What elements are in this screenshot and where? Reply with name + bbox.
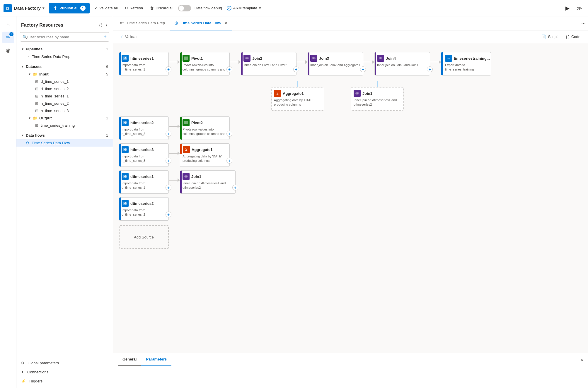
script-label: Script [548, 35, 558, 39]
connections-item[interactable]: ✦ Connections [16, 368, 113, 377]
global-params-icon: ⚙ [21, 361, 25, 365]
node-join3-add[interactable]: + [360, 66, 366, 72]
collapse-bottom-button[interactable]: ∧ [580, 357, 583, 362]
svg-rect-4 [120, 22, 124, 24]
node-join4-add[interactable]: + [427, 66, 433, 72]
discard-all-button[interactable]: 🗑 Discard all [148, 3, 176, 13]
node-htimeseries2[interactable]: htimeseries2 Import data from h_time_ser… [119, 116, 169, 140]
output-folder[interactable]: ▼ 📁 Output 1 [16, 114, 113, 122]
node-htimeseries1[interactable]: htimeseries1 Import data from h_time_ser… [119, 52, 169, 75]
input-folder[interactable]: ▼ 📁 Input 5 [16, 71, 113, 78]
node-htimeseries1-add[interactable]: + [166, 66, 171, 72]
node-dtimeseries1-title: dtimeseries1 [130, 174, 166, 179]
node-aggregate1-top[interactable]: Σ Aggregate1 Aggregating data by 'DATE' … [271, 87, 324, 111]
pipelines-header[interactable]: ▼ Pipelines 1 [16, 45, 113, 53]
node-htimeseries3[interactable]: htimeseries3 Import data from h_time_ser… [119, 143, 169, 167]
pipeline-item-label: Time Series Data Prep [32, 54, 70, 59]
node-pivot1[interactable]: Pivot1 Pivots row values into columns, g… [180, 52, 230, 75]
search-icon: 🔍 [23, 35, 27, 39]
code-icon: { } [566, 35, 570, 39]
add-resource-button[interactable]: + [103, 34, 107, 40]
arm-template-button[interactable]: ⚙ ARM template ▾ [224, 3, 263, 13]
monitor-nav-icon[interactable]: ◉ [2, 44, 14, 56]
node-htimeseries3-title: htimeseries3 [130, 147, 166, 152]
node-aggregate1-row3-add[interactable]: + [226, 158, 232, 164]
node-join4[interactable]: Join4 Inner join on Join3 and Join1 + [374, 52, 430, 75]
node-pivot1-add[interactable]: + [226, 66, 232, 72]
node-join3[interactable]: Join3 Inner join on Join2 and Aggregate1… [308, 52, 363, 75]
datasets-header[interactable]: ▼ Datasets 6 [16, 63, 113, 71]
node-dtimeseries2-icon [122, 200, 129, 207]
folder-icon: 📁 [33, 72, 38, 76]
dataset-h-time-series-3[interactable]: ⊞ h_time_series_3 [16, 107, 113, 114]
node-join3-title: Join3 [319, 56, 361, 61]
bottom-tab-parameters[interactable]: Parameters [141, 353, 171, 366]
validate-all-button[interactable]: ✓ Validate all [92, 3, 120, 13]
node-htimeseries2-add[interactable]: + [166, 131, 171, 137]
dataset-h-time-series-1[interactable]: ⊞ h_time_series_1 [16, 92, 113, 100]
tab-time-series-flow[interactable]: ⚙ Time Series Data Flow ✕ [170, 16, 232, 30]
app-title-chevron[interactable]: ▾ [42, 6, 44, 10]
dataset-h-time-series-2[interactable]: ⊞ h_time_series_2 [16, 100, 113, 107]
row3: htimeseries3 Import data from h_time_ser… [119, 143, 588, 167]
node-pivot1-title: Pivot1 [191, 56, 227, 61]
dataflows-header[interactable]: ▼ Data flows 1 [16, 131, 113, 139]
node-dtimeseries1-add[interactable]: + [166, 185, 171, 190]
node-timeseriestraining[interactable]: timeseriestraining... Export data to tim… [441, 52, 491, 75]
home-nav-icon[interactable]: ⌂ [2, 19, 14, 30]
node-join1-row4[interactable]: Join1 Inner join on dtimeseries1 and dti… [180, 170, 236, 194]
dataset-label: h_time_series_3 [41, 109, 69, 113]
run-button[interactable]: ▶ [563, 4, 572, 13]
node-join4-icon [377, 55, 384, 62]
node-join4-title: Join4 [386, 56, 427, 61]
action-right: 📄 Script { } Code [538, 33, 583, 40]
publish-all-button[interactable]: Publish all 1 [49, 3, 90, 13]
node-aggregate1-row3[interactable]: Σ Aggregate1 Aggregating data by 'DATE' … [180, 143, 230, 167]
dataset-d-time-series-1[interactable]: ⊞ d_time_series_1 [16, 78, 113, 85]
add-source-box[interactable]: Add Source [119, 225, 169, 249]
search-input[interactable] [27, 35, 102, 39]
svg-point-15 [313, 57, 316, 59]
tab-close-button[interactable]: ✕ [225, 21, 228, 25]
node-pivot2-add[interactable]: + [226, 131, 232, 137]
triggers-item[interactable]: ⚡ Triggers [16, 377, 113, 386]
refresh-button[interactable]: ↻ Refresh [122, 3, 146, 13]
node-dtimeseries2[interactable]: dtimeseries2 Import data from d_time_ser… [119, 197, 169, 221]
debug-toggle[interactable] [178, 5, 191, 11]
tab-time-series-prep[interactable]: Time Series Data Prep [115, 16, 170, 30]
validate-button[interactable]: ✓ Validate [118, 33, 141, 40]
node-dtimeseries2-add[interactable]: + [166, 212, 171, 217]
global-parameters-item[interactable]: ⚙ Global parameters [16, 358, 113, 368]
dataset-d-time-series-2[interactable]: ⊞ d_time_series_2 [16, 85, 113, 92]
node-htimeseries1-body: Import data from h_time_series_1 [119, 63, 168, 74]
node-htimeseries3-icon [122, 146, 129, 153]
node-join1-row4-add[interactable]: + [232, 185, 238, 190]
node-join1-row4-icon [183, 173, 190, 180]
pipeline-item-time-series-data-prep[interactable]: ↔ Time Series Data Prep [16, 53, 113, 60]
node-join1-top[interactable]: Join1 Inner join on dtimeseries1 and dti… [351, 87, 404, 111]
node-htimeseries3-add[interactable]: + [166, 158, 171, 164]
node-join2[interactable]: Join2 Inner join on Pivot1 and Pivot2 + [241, 52, 296, 75]
connections-label: Connections [27, 370, 48, 374]
node-dtimeseries1[interactable]: dtimeseries1 Import data from d_time_ser… [119, 170, 169, 194]
code-button[interactable]: { } Code [563, 33, 583, 40]
refresh-icon: ↻ [125, 6, 128, 10]
canvas-area[interactable]: 🔍 + − ⊡ htimeseries1 [113, 43, 588, 353]
tabs-more-button[interactable]: ··· [581, 20, 586, 26]
dataflow-item-label: Time Series Data Flow [32, 141, 70, 145]
node-pivot2[interactable]: Pivot2 Pivots row values into columns, g… [180, 116, 230, 140]
pipelines-count: 1 [106, 47, 108, 51]
node-aggregate1-row3-title: Aggregate1 [192, 147, 227, 152]
collapse-all-button[interactable]: ⟨⟨ [98, 22, 103, 29]
bottom-tab-general[interactable]: General [118, 353, 141, 366]
dataset-time-series-training[interactable]: ⊞ time_series_training [16, 122, 113, 129]
node-dtimeseries1-body: Import data from d_time_series_1 [119, 181, 168, 193]
collapse-panel-button[interactable]: ≫ [574, 4, 584, 13]
topbar: D Data Factory ▾ Publish all 1 ✓ Validat… [0, 0, 588, 16]
pipelines-arrow: ▼ [21, 47, 24, 51]
node-join2-add[interactable]: + [293, 66, 299, 72]
node-training-body: Export data to time_series_training [443, 63, 491, 74]
dataflow-item-time-series[interactable]: ⚙ Time Series Data Flow [16, 139, 113, 147]
script-button[interactable]: 📄 Script [538, 33, 560, 40]
expand-panel-button[interactable]: ⟩ [104, 22, 108, 29]
